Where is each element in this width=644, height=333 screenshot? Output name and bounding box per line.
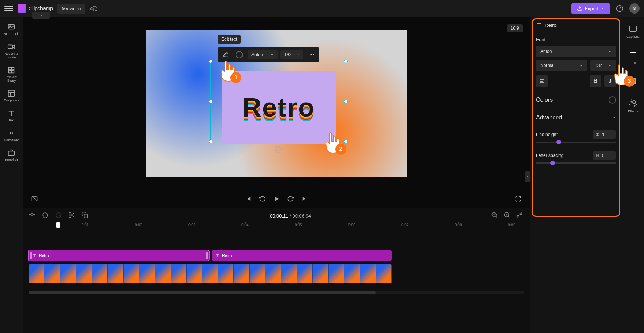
letter-spacing-input[interactable]: 0 [593, 151, 616, 160]
skip-forward-button[interactable] [300, 194, 309, 203]
sidebar-transitions[interactable]: Transitions [1, 126, 22, 145]
rside-effects[interactable]: Effects [626, 97, 640, 115]
ellipsis-icon [309, 52, 315, 58]
skip-forward-icon [301, 196, 308, 202]
ruler-tick: 0:04 [242, 223, 248, 227]
svg-rect-5 [12, 67, 14, 69]
copy-icon [82, 212, 88, 218]
zoom-out-button[interactable] [491, 212, 499, 220]
split-button[interactable] [68, 212, 76, 220]
chevron-up-icon [612, 116, 616, 119]
props-header: Retro [530, 22, 622, 33]
user-avatar[interactable]: M [629, 3, 640, 14]
redo-button[interactable] [55, 212, 63, 220]
undo-button[interactable] [42, 212, 50, 220]
font-size-dropdown[interactable]: 132 [280, 50, 303, 59]
total-time: 00:06.94 [292, 213, 311, 219]
resize-handle-ml[interactable] [209, 100, 212, 103]
resize-handle-tl[interactable] [209, 60, 212, 63]
text-selection-box[interactable]: Retro [210, 61, 346, 142]
rewind-button[interactable] [258, 194, 267, 203]
minimize-icon [516, 212, 523, 218]
timeline-ruler[interactable]: 0:01 0:02 0:03 0:04 0:05 0:06 0:07 0:08 … [23, 223, 530, 232]
sidebar-content-library[interactable]: Content library [1, 63, 22, 86]
text-content-box[interactable]: Retro [222, 71, 336, 144]
captions-icon [629, 24, 637, 33]
font-dropdown[interactable]: Anton [248, 50, 278, 59]
letter-spacing-slider[interactable] [536, 162, 616, 164]
panel-collapse-button[interactable] [525, 171, 530, 182]
clip-label: Retro [222, 253, 232, 258]
aspect-ratio-badge[interactable]: 16:9 [507, 24, 523, 32]
topbar-right: Export M [571, 3, 640, 14]
resize-handle-bl[interactable] [209, 140, 212, 143]
more-options-button[interactable] [306, 49, 317, 60]
font-family-select[interactable]: Anton [536, 46, 616, 57]
scrollbar-thumb[interactable] [29, 291, 376, 294]
play-button[interactable] [272, 194, 281, 203]
rotate-handle[interactable] [275, 146, 282, 153]
colors-section: Colors [530, 91, 622, 109]
chevron-down-icon [601, 7, 604, 10]
fullscreen-button[interactable] [514, 194, 523, 203]
slider-thumb[interactable] [556, 140, 561, 144]
sidebar-text[interactable]: Text [1, 106, 22, 125]
text-clip-1[interactable]: Retro [29, 250, 209, 261]
video-preview[interactable]: Edit text Anton 132 [146, 30, 407, 177]
video-title-input[interactable]: My video [57, 4, 85, 14]
edit-pencil-button[interactable] [220, 49, 231, 60]
sidebar-brand-kit[interactable]: Brand kit [1, 146, 22, 165]
resize-handle-tr[interactable] [344, 60, 348, 63]
resize-handle-br[interactable] [344, 140, 348, 143]
timeline-scrollbar[interactable] [29, 291, 524, 294]
rside-captions[interactable]: Captions [624, 22, 642, 41]
sidebar-templates[interactable]: Templates [1, 86, 22, 105]
clip-trim-left[interactable] [30, 252, 32, 259]
italic-button[interactable]: I [604, 75, 616, 87]
font-size-select[interactable]: 132 [590, 60, 616, 71]
svg-point-12 [313, 54, 314, 56]
zoom-in-button[interactable] [504, 212, 512, 220]
forward-button[interactable] [286, 194, 295, 203]
app-logo[interactable]: Clipchamp [18, 4, 53, 13]
video-thumbnail [218, 264, 234, 283]
skip-back-button[interactable] [244, 194, 253, 203]
copy-button[interactable] [82, 212, 90, 220]
properties-panel: Retro Font Anton Normal 132 [530, 17, 622, 333]
section-label: Font [536, 37, 616, 42]
slider-thumb[interactable] [550, 161, 555, 165]
transitions-icon [7, 129, 15, 137]
canvas-stage[interactable]: 16:9 Edit text Anton 132 [23, 17, 530, 190]
help-button[interactable] [615, 3, 625, 14]
line-height-slider[interactable] [536, 142, 616, 143]
play-icon [273, 195, 280, 203]
color-picker-button[interactable] [234, 49, 245, 60]
timeline-collapse-button[interactable] [32, 12, 50, 19]
text-clip-2[interactable]: Retro [212, 250, 392, 261]
playhead[interactable] [58, 223, 58, 326]
export-button[interactable]: Export [571, 3, 610, 14]
ruler-tick: 0:02 [135, 223, 142, 227]
advanced-toggle[interactable]: Advanced [530, 109, 622, 126]
fit-button[interactable] [516, 212, 524, 220]
video-clip[interactable] [29, 264, 392, 283]
line-height-input[interactable]: 1 [593, 130, 616, 139]
sidebar-record[interactable]: Record & create [1, 40, 22, 62]
rside-transform[interactable] [626, 74, 640, 89]
text-align-button[interactable] [536, 75, 548, 87]
bold-button[interactable]: B [590, 75, 601, 87]
resize-handle-mr[interactable] [344, 100, 348, 103]
rside-text[interactable]: Text [626, 48, 640, 67]
chevron-down-icon [579, 64, 583, 67]
font-weight-select[interactable]: Normal [536, 60, 587, 71]
clip-trim-right[interactable] [206, 252, 208, 259]
hide-overlay-button[interactable] [30, 194, 39, 203]
menu-button[interactable] [4, 4, 13, 13]
color-circle-icon [236, 51, 243, 58]
magic-button[interactable] [29, 212, 37, 220]
main-layout: Your media Record & create Content libra… [0, 17, 644, 333]
letter-spacing-label: Letter spacing [536, 153, 564, 158]
video-thumbnail [76, 264, 92, 283]
sidebar-your-media[interactable]: Your media [1, 20, 22, 39]
color-swatch-button[interactable] [609, 96, 616, 104]
